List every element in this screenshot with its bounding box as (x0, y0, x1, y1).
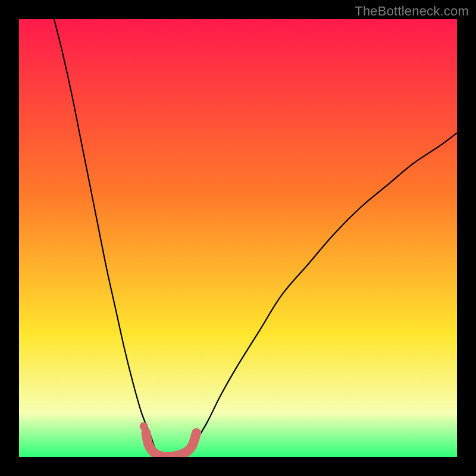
gradient-background (19, 19, 457, 457)
chart-svg (19, 19, 457, 457)
plot-area (19, 19, 457, 457)
chart-frame: TheBottleneck.com (0, 0, 476, 476)
highlight-dot (140, 422, 148, 430)
watermark-text: TheBottleneck.com (355, 4, 469, 19)
